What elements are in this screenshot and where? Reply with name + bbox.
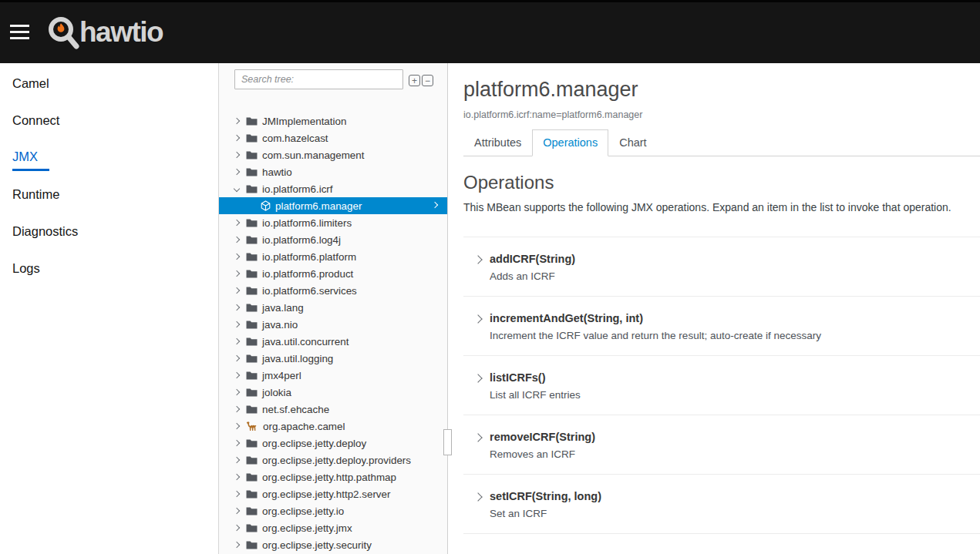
chevron-right-icon[interactable]: [234, 542, 240, 548]
chevron-right-icon[interactable]: [473, 255, 482, 264]
tree-item-org-eclipse-jetty-http2-server[interactable]: org.eclipse.jetty.http2.server: [219, 485, 447, 502]
tree-item-jolokia[interactable]: jolokia: [219, 384, 447, 401]
nav-toggle-button[interactable]: [10, 25, 29, 39]
chevron-right-icon[interactable]: [234, 474, 240, 480]
chevron-right-icon[interactable]: [234, 525, 240, 531]
tree-item-label: platform6.manager: [275, 200, 362, 212]
chevron-right-icon[interactable]: [234, 253, 240, 260]
panel-resize-handle[interactable]: [443, 429, 452, 455]
folder-icon: [246, 116, 258, 126]
chevron-right-icon[interactable]: [234, 338, 240, 344]
tree-item-label: hawtio: [262, 166, 292, 178]
tree-item-com-sun-management[interactable]: com.sun.management: [219, 146, 447, 163]
operation-description: Set an ICRF: [490, 508, 980, 520]
tab-chart[interactable]: Chart: [608, 129, 657, 156]
tab-attributes[interactable]: Attributes: [463, 129, 532, 156]
tree-item-java-util-logging[interactable]: java.util.logging: [219, 350, 447, 367]
chevron-right-icon[interactable]: [234, 118, 240, 124]
tree-item-org-eclipse-jetty-deploy[interactable]: org.eclipse.jetty.deploy: [219, 435, 447, 452]
chevron-right-icon[interactable]: [234, 287, 240, 294]
tree-item-org-eclipse-jetty-deploy-providers[interactable]: org.eclipse.jetty.deploy.providers: [219, 452, 447, 468]
nav-item-runtime[interactable]: Runtime: [0, 176, 218, 213]
tree-item-label: io.platform6.services: [262, 285, 357, 297]
chevron-down-icon[interactable]: [234, 186, 240, 192]
tab-operations[interactable]: Operations: [532, 129, 608, 156]
folder-icon: [246, 252, 258, 262]
chevron-right-icon[interactable]: [234, 135, 240, 141]
chevron-right-icon[interactable]: [234, 389, 240, 395]
tree-item-label: org.eclipse.jetty.http2.server: [262, 489, 390, 500]
chevron-right-icon[interactable]: [234, 237, 240, 243]
tree-item-io-platform6-log4j[interactable]: io.platform6.log4j: [219, 231, 447, 248]
folder-icon: [246, 405, 258, 415]
chevron-right-icon[interactable]: [473, 433, 482, 442]
nav-item-diagnostics[interactable]: Diagnostics: [0, 213, 218, 250]
tree-item-platform6-manager[interactable]: platform6.manager: [219, 197, 447, 214]
chevron-right-icon[interactable]: [234, 508, 240, 514]
chevron-right-icon[interactable]: [234, 355, 240, 361]
operation-description: Increment the ICRF value and return the …: [490, 330, 980, 342]
tree-item-org-eclipse-jetty-io[interactable]: org.eclipse.jetty.io: [219, 502, 447, 519]
tree-item-org-eclipse-jetty-jmx[interactable]: org.eclipse.jetty.jmx: [219, 519, 447, 536]
tree-item-java-util-concurrent[interactable]: java.util.concurrent: [219, 333, 447, 350]
tree-item-io-platform6-services[interactable]: io.platform6.services: [219, 282, 447, 299]
chevron-right-icon[interactable]: [234, 423, 240, 429]
nav-item-connect[interactable]: Connect: [0, 102, 218, 139]
chevron-right-icon[interactable]: [234, 270, 240, 277]
chevron-right-icon[interactable]: [234, 491, 240, 497]
tree-item-org-apache-camel[interactable]: org.apache.camel: [219, 418, 447, 435]
expand-all-button[interactable]: +: [409, 75, 420, 86]
tree-item-java-nio[interactable]: java.nio: [219, 316, 447, 333]
nav-item-logs[interactable]: Logs: [0, 250, 218, 287]
chevron-right-icon[interactable]: [234, 457, 240, 463]
tree-search-input[interactable]: [234, 69, 403, 89]
tree-item-io-platform6-platform[interactable]: io.platform6.platform: [219, 248, 447, 265]
tree-item-label: org.eclipse.jetty.deploy.providers: [262, 455, 411, 466]
hawtio-logo[interactable]: hawtio: [46, 15, 163, 50]
tree-item-label: io.platform6.platform: [262, 251, 356, 263]
tree-item-com-hazelcast[interactable]: com.hazelcast: [219, 129, 447, 146]
tree-item-hawtio[interactable]: hawtio: [219, 163, 447, 180]
tree-item-jmx4perl[interactable]: jmx4perl: [219, 367, 447, 384]
operation-signature: listICRFs(): [490, 371, 980, 384]
masthead: hawtio: [0, 0, 980, 63]
operation-item-seticrf[interactable]: setICRF(String, long)Set an ICRF: [463, 474, 980, 533]
folder-icon: [246, 455, 258, 465]
tree-item-label: jolokia: [262, 387, 291, 398]
tree-item-org-eclipse-jetty-http-pathmap[interactable]: org.eclipse.jetty.http.pathmap: [219, 468, 447, 485]
operation-item-removeicrf[interactable]: removeICRF(String)Removes an ICRF: [463, 415, 980, 474]
brand-text: hawtio: [79, 16, 163, 49]
nav-item-camel[interactable]: Camel: [0, 65, 218, 102]
tree-item-label: java.util.logging: [262, 353, 333, 364]
operation-item-listicrfs[interactable]: listICRFs()List all ICRF entries: [463, 355, 980, 415]
chevron-right-icon[interactable]: [234, 321, 240, 327]
tree-item-io-platform6-product[interactable]: io.platform6.product: [219, 265, 447, 282]
chevron-right-icon[interactable]: [234, 169, 240, 175]
folder-icon: [246, 167, 258, 177]
operation-item-addicrf[interactable]: addICRF(String)Adds an ICRF: [463, 237, 980, 296]
chevron-right-icon[interactable]: [234, 304, 240, 311]
operation-item-incrementandget[interactable]: incrementAndGet(String, int)Increment th…: [463, 296, 980, 355]
page-title: platform6.manager: [463, 76, 980, 103]
tree-item-jmimplementation[interactable]: JMImplementation: [219, 112, 447, 129]
chevron-right-icon[interactable]: [234, 372, 240, 378]
chevron-right-icon[interactable]: [473, 374, 482, 382]
chevron-right-icon: [432, 202, 438, 208]
tree-item-io-platform6-icrf[interactable]: io.platform6.icrf: [219, 180, 447, 197]
chevron-right-icon[interactable]: [473, 314, 482, 323]
chevron-right-icon[interactable]: [234, 406, 240, 412]
folder-icon: [246, 235, 258, 245]
chevron-right-icon[interactable]: [234, 440, 240, 446]
folder-icon: [246, 438, 258, 448]
chevron-right-icon[interactable]: [234, 220, 240, 226]
tree-item-io-platform6-limiters[interactable]: io.platform6.limiters: [219, 214, 447, 231]
operation-signature: addICRF(String): [490, 252, 980, 266]
collapse-all-button[interactable]: −: [422, 75, 433, 86]
chevron-right-icon[interactable]: [234, 152, 240, 158]
tree-item-java-lang[interactable]: java.lang: [219, 299, 447, 316]
section-title: Operations: [463, 171, 980, 194]
tree-item-org-eclipse-jetty-security[interactable]: org.eclipse.jetty.security: [219, 536, 447, 553]
nav-item-jmx[interactable]: JMX: [0, 139, 218, 176]
chevron-right-icon[interactable]: [473, 492, 482, 501]
tree-item-net-sf-ehcache[interactable]: net.sf.ehcache: [219, 401, 447, 418]
